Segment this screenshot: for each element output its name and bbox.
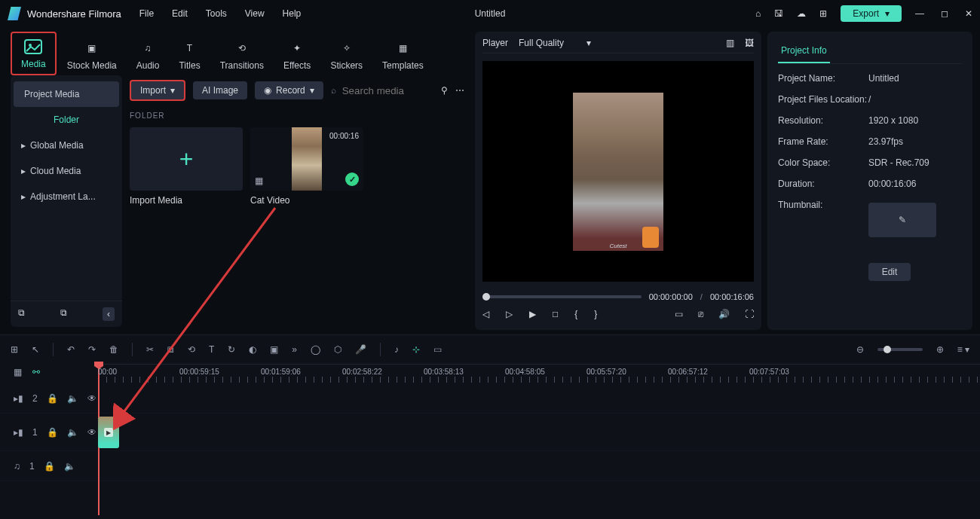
snapshot-icon[interactable]: ▥: [726, 38, 734, 48]
menu-tools[interactable]: Tools: [206, 8, 227, 19]
display-icon[interactable]: ▭: [675, 309, 683, 319]
magnetic-icon[interactable]: ⊹: [412, 344, 420, 355]
more-tools-icon[interactable]: »: [292, 344, 297, 355]
track-options-icon[interactable]: ▦: [14, 367, 22, 380]
mute-icon[interactable]: 🔈: [67, 393, 78, 404]
search-input[interactable]: [342, 85, 433, 96]
cursor-icon[interactable]: ↖: [32, 344, 39, 355]
visibility-icon[interactable]: 👁: [87, 427, 96, 438]
import-button[interactable]: Import▾: [130, 80, 185, 101]
timeline: ⊞ ↖ ↶ ↷ 🗑 ✂ ⧉ ⟲ T ↻ ◐ ▣ » ◯ ⬡ 🎤 ♪ ⊹ ▭ ⊖ …: [0, 334, 980, 519]
thumbnail-editor[interactable]: ✎: [868, 203, 936, 237]
mute-icon[interactable]: 🔈: [64, 461, 75, 472]
prev-frame-icon[interactable]: ◁: [482, 309, 489, 319]
label-framerate: Frame Rate:: [778, 136, 868, 147]
video-caption: Cutest: [609, 243, 626, 249]
ruler-label: 00:04:58:05: [505, 368, 545, 376]
collapse-sidebar-icon[interactable]: ‹: [103, 307, 115, 321]
maximize-button[interactable]: ◻: [941, 8, 948, 19]
filter-icon[interactable]: ⚲: [441, 85, 448, 96]
speed-icon[interactable]: ⟲: [188, 344, 195, 355]
apps-icon[interactable]: ⊞: [11, 344, 18, 355]
media-clip-cat-video[interactable]: 00:00:16 ▦ ✓ Cat Video: [250, 127, 363, 206]
tab-audio[interactable]: ♫Audio: [127, 35, 169, 75]
tab-media[interactable]: Media: [11, 32, 57, 75]
fullscreen-icon[interactable]: ⛶: [745, 309, 754, 319]
stop-icon[interactable]: □: [553, 309, 558, 319]
edit-button[interactable]: Edit: [868, 263, 911, 281]
desktop-icon[interactable]: ⌂: [755, 8, 761, 19]
record-button[interactable]: ◉Record▾: [255, 81, 323, 99]
tab-transitions[interactable]: ⟲Transitions: [211, 35, 273, 75]
view-options-icon[interactable]: ≡ ▾: [957, 344, 969, 355]
more-icon[interactable]: ⋯: [455, 85, 464, 96]
split-icon[interactable]: ✂: [146, 344, 154, 355]
sidebar-project-media[interactable]: Project Media: [14, 81, 119, 107]
chevron-down-icon: ▾: [586, 38, 591, 48]
menu-help[interactable]: Help: [283, 8, 302, 19]
redo-icon[interactable]: ↷: [88, 344, 96, 355]
clip-thumbnail: [292, 127, 322, 191]
lock-icon[interactable]: 🔒: [44, 461, 55, 472]
menu-edit[interactable]: Edit: [172, 8, 188, 19]
tab-effects[interactable]: ✦Effects: [274, 35, 320, 75]
video-track-icon: ▸▮: [14, 393, 23, 404]
zoom-out-icon[interactable]: ⊖: [856, 344, 864, 355]
mute-icon[interactable]: 🔈: [67, 427, 78, 438]
close-button[interactable]: ✕: [965, 8, 972, 19]
save-icon[interactable]: 🖫: [774, 8, 783, 19]
scrubber[interactable]: [482, 295, 642, 298]
trim-icon[interactable]: ◯: [311, 344, 320, 355]
play-forward-icon[interactable]: ▶: [529, 309, 536, 319]
tab-templates[interactable]: ▦Templates: [373, 35, 433, 75]
new-bin-icon[interactable]: ⧉: [60, 307, 67, 321]
preview-viewport[interactable]: Cutest: [482, 61, 754, 282]
rotate-icon[interactable]: ↻: [228, 344, 235, 355]
quality-select[interactable]: Full Quality▾: [519, 38, 591, 48]
timeline-clip[interactable]: ▶: [98, 417, 119, 448]
sidebar-folder[interactable]: Folder: [11, 107, 122, 133]
mark-out-icon[interactable]: }: [594, 309, 597, 319]
visibility-icon[interactable]: 👁: [87, 393, 96, 404]
timeline-ruler[interactable]: 00:0000:00:59:1500:01:59:0600:02:58:2200…: [98, 364, 980, 383]
tab-stock-media[interactable]: ▣Stock Media: [58, 35, 126, 75]
minimize-button[interactable]: —: [915, 8, 924, 19]
link-icon[interactable]: ⚯: [32, 367, 40, 380]
sidebar-cloud-media[interactable]: ▸Cloud Media: [11, 158, 122, 184]
zoom-in-icon[interactable]: ⊕: [936, 344, 944, 355]
mask-icon[interactable]: ▣: [270, 344, 278, 355]
clip-duration: 00:00:16: [329, 132, 359, 140]
sidebar-adjustment-layer[interactable]: ▸Adjustment La...: [11, 184, 122, 209]
mic-icon[interactable]: 🎤: [355, 344, 366, 355]
import-media-tile[interactable]: + Import Media: [130, 127, 243, 206]
zoom-slider[interactable]: [877, 348, 923, 351]
tab-stickers[interactable]: ✧Stickers: [321, 35, 372, 75]
chevron-right-icon: ▸: [21, 191, 26, 202]
marker-icon[interactable]: ▭: [433, 344, 442, 355]
delete-icon[interactable]: 🗑: [109, 344, 118, 355]
volume-icon[interactable]: 🔊: [718, 309, 730, 319]
mark-in-icon[interactable]: {: [574, 309, 577, 319]
play-icon[interactable]: ▷: [506, 309, 513, 319]
lock-icon[interactable]: 🔒: [47, 393, 58, 404]
preview-tab-player[interactable]: Player: [482, 38, 508, 48]
menu-file[interactable]: File: [139, 8, 154, 19]
undo-icon[interactable]: ↶: [67, 344, 75, 355]
ai-image-button[interactable]: AI Image: [193, 81, 247, 99]
crop-icon[interactable]: ⧉: [167, 344, 174, 355]
shield-icon[interactable]: ⬡: [334, 344, 341, 355]
audio-icon[interactable]: ♪: [394, 344, 399, 355]
lock-icon[interactable]: 🔒: [47, 427, 58, 438]
cloud-icon[interactable]: ☁: [797, 8, 806, 19]
tab-titles[interactable]: TTitles: [170, 35, 209, 75]
image-icon[interactable]: 🖼: [745, 38, 754, 48]
menu-view[interactable]: View: [245, 8, 265, 19]
panel-tab-project-info[interactable]: Project Info: [778, 41, 830, 63]
text-icon[interactable]: T: [209, 344, 214, 355]
apps-icon[interactable]: ⊞: [819, 8, 827, 19]
camera-icon[interactable]: ⎚: [698, 309, 703, 319]
sidebar-global-media[interactable]: ▸Global Media: [11, 133, 122, 158]
color-icon[interactable]: ◐: [249, 344, 256, 355]
export-button[interactable]: Export▾: [841, 5, 902, 22]
new-folder-icon[interactable]: ⧉: [18, 307, 25, 321]
